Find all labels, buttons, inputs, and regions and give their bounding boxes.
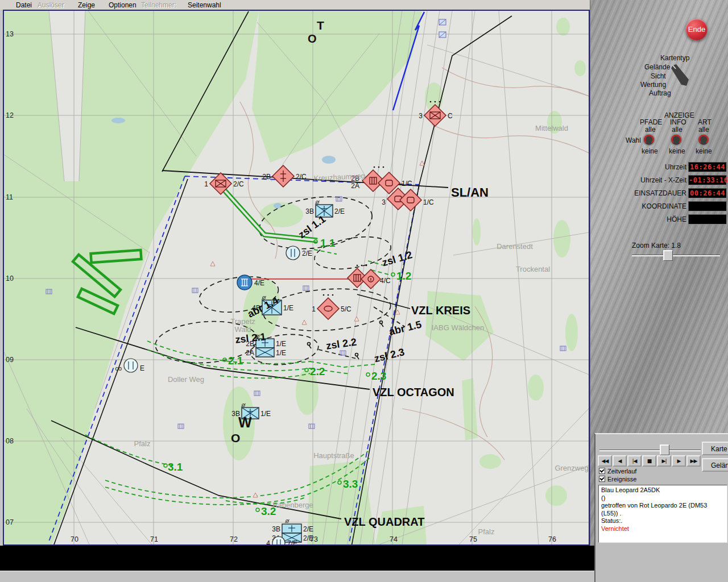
phase-label-slan: SL/AN (451, 185, 489, 199)
kartentyp-item-wertung[interactable]: Wertung (640, 81, 666, 89)
anzeige-alle: alle (645, 126, 656, 134)
place-name: Trockental (516, 265, 550, 273)
checkbox-checked-icon[interactable] (599, 468, 605, 474)
time-slider-thumb[interactable] (660, 444, 669, 455)
place-name: Wald (234, 325, 251, 334)
step-back-button[interactable]: ◀ (613, 455, 627, 467)
field-label-hoehe: HÖHE (667, 215, 686, 223)
place-name: Doller Weg (168, 375, 204, 384)
anzeige-col-art: ART (698, 118, 712, 126)
route-label: 2.3 (371, 370, 386, 382)
fast-forward-button[interactable]: ▶▶ (686, 455, 701, 467)
grid-row-label: 08 (6, 437, 14, 445)
kartentyp-item-auftrag[interactable]: Auftrag (649, 89, 671, 97)
vehicle-icons (439, 19, 446, 38)
friendly-unit[interactable]: 3B 2/E (305, 201, 345, 217)
route-label: 2.2 (310, 365, 325, 377)
map-canvas[interactable]: SL/AN VZL KREIS VZL OCTAGON VZL QUADRAT (4, 11, 589, 544)
friendly-unit[interactable]: co E (115, 359, 144, 372)
big-letter: O (308, 32, 317, 45)
anzeige-keine: keine (696, 147, 712, 155)
phase-label-kreis: VZL KREIS (411, 304, 470, 317)
anzeige-knob-pfade[interactable] (642, 133, 656, 147)
event-status-box: Blau Leopard 2A5DK () getroffen von Rot … (598, 485, 727, 543)
skip-start-button[interactable]: |◀ (627, 455, 642, 467)
skip-end-button[interactable]: ▶| (657, 455, 671, 467)
zoom-slider-thumb[interactable] (663, 250, 673, 261)
menu-bar: Datei Auslöser Zeige Optionen Teilnehmer… (0, 0, 592, 10)
field-label-einsatzdauer: EINSATZDAUER (634, 189, 686, 197)
svg-text:1/E: 1/E (283, 304, 293, 312)
menu-item-datei[interactable]: Datei (16, 1, 32, 9)
svg-text:2/C: 2/C (233, 180, 244, 188)
anzeige-keine: keine (642, 147, 658, 155)
hoehe-display (688, 214, 727, 225)
menu-item-zeige[interactable]: Zeige (78, 1, 95, 9)
map-frame: SL/AN VZL KREIS VZL OCTAGON VZL QUADRAT (3, 10, 590, 546)
svg-text:4/C: 4/C (380, 277, 391, 285)
route-label: 3.3 (343, 478, 358, 490)
menu-item-optionen[interactable]: Optionen (109, 1, 136, 9)
svg-text:7/E: 7/E (287, 539, 297, 544)
anzeige-knob-info[interactable] (669, 133, 683, 147)
ende-button[interactable]: Ende (686, 19, 708, 40)
time-slider-track[interactable] (599, 450, 701, 451)
checkbox-checked-icon[interactable] (599, 476, 605, 482)
xzeit-display: -01:33:16 (688, 175, 727, 185)
zoom-slider-track[interactable] (632, 255, 720, 256)
place-name: IABG Wäldchen (432, 323, 485, 332)
place-name: Rabenberge (272, 501, 313, 509)
enemy-unit[interactable]: 3 C (419, 101, 453, 126)
big-letter: O (231, 431, 240, 444)
menu-item-seitenwahl[interactable]: Seitenwahl (188, 1, 221, 9)
svg-text:2/E: 2/E (334, 207, 345, 215)
route-label: 3.1 (168, 461, 183, 473)
svg-text:2/E: 2/E (302, 250, 312, 257)
svg-text:2A: 2A (351, 182, 359, 190)
route-label: 2.1 (228, 355, 243, 367)
enemy-unit[interactable]: 2B 2/C (262, 165, 307, 187)
big-letter: T (317, 19, 324, 32)
svg-text:1/C: 1/C (423, 198, 434, 206)
karte-button[interactable]: Karte (702, 442, 728, 455)
anzeige-col-info: INFO (670, 118, 686, 126)
status-result: Vernichtet (601, 525, 725, 533)
zeitverlauf-checkbox[interactable]: Zeitverlauf (599, 468, 636, 475)
stop-button[interactable]: ■ (642, 455, 656, 467)
svg-text:4: 4 (266, 539, 270, 544)
svg-text:3: 3 (382, 198, 386, 206)
zeitverlauf-label: Zeitverlauf (607, 468, 636, 475)
svg-text:1/C: 1/C (402, 180, 412, 188)
svg-text:2/E: 2/E (303, 525, 313, 533)
phase-label-octagon: VZL OCTAGON (373, 386, 454, 398)
anzeige-keine: keine (669, 147, 685, 155)
place-name: Pfalz (134, 439, 151, 448)
enemy-unit[interactable]: 1 2/C (204, 173, 244, 194)
grid-row-label: 10 (6, 275, 14, 282)
field-label-uhrzeit: Uhrzeit (665, 163, 686, 171)
playback-panel: ◀◀ ◀ |◀ ■ ▶| ▶ ▶▶ Karte Gelände Zeitverl… (594, 433, 728, 582)
route-label: 1.2 (396, 270, 411, 282)
pen-cursor-icon (670, 63, 694, 91)
svg-text:3B: 3B (272, 525, 280, 533)
friendly-unit[interactable]: 2/E (286, 246, 312, 260)
play-button[interactable]: ▶ (672, 455, 686, 467)
rewind-button[interactable]: ◀◀ (598, 455, 612, 467)
anzeige-alle: alle (672, 126, 682, 134)
kartentyp-item-sicht[interactable]: Sicht (651, 72, 666, 80)
svg-text:4/E: 4/E (254, 279, 264, 287)
place-name: Mittelwald (535, 124, 568, 132)
enemy-unit[interactable]: 1 5/C (312, 294, 351, 319)
grid-row-label: 09 (6, 356, 14, 364)
kartentyp-title: Kartentyp (660, 54, 689, 62)
gelaende-button[interactable]: Gelände (702, 458, 728, 472)
kartentyp-item-gelaende[interactable]: Gelände (644, 63, 670, 71)
svg-text:3: 3 (419, 112, 423, 120)
ereignisse-checkbox[interactable]: Ereignisse (599, 476, 636, 483)
grid-col-label: 76 (548, 535, 556, 543)
menu-item-ausloeser: Auslöser (38, 1, 64, 9)
place-name: Hauptstraße (313, 451, 354, 460)
svg-text:2B: 2B (262, 173, 271, 181)
anzeige-alle: alle (698, 126, 709, 134)
anzeige-knob-art[interactable] (697, 133, 710, 147)
